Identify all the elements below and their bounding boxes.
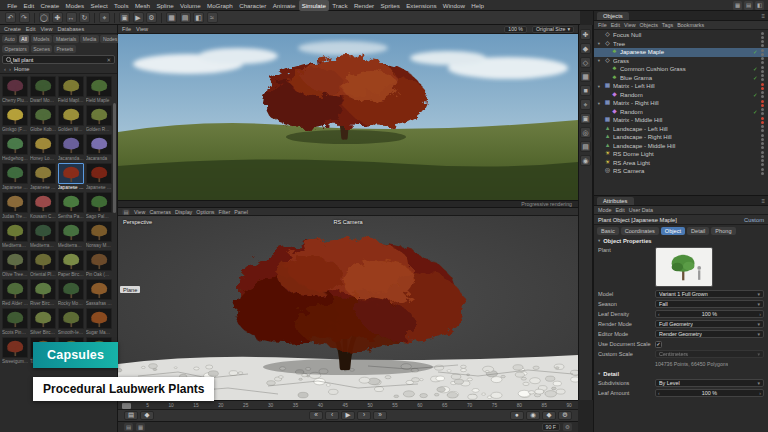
plant-preview-thumbnail[interactable] [655,247,713,287]
render-mode-dropdown[interactable]: Full Geometry▾ [655,320,764,328]
object-row-matrix-right-hill[interactable]: ▾▦Matrix - Right Hill [594,99,768,108]
asset-item-jacaranda[interactable]: Jacaranda [86,134,112,162]
menu-file[interactable]: File [4,0,20,11]
visibility-dots[interactable] [761,117,764,124]
viewport-menu-panel[interactable]: Panel [234,209,248,215]
stepper-down-icon[interactable]: ‹ [658,311,660,317]
record-keyframe-icon[interactable]: ● [510,411,524,420]
filter-materials[interactable]: Materials [53,35,78,43]
viewport-menu-cameras[interactable]: Cameras [149,209,171,215]
menu-simulate[interactable]: Simulate [299,0,329,11]
asset-item-scots-pine-fall-plant[interactable]: Scots Pine (Fall Plant) [2,308,28,336]
asset-item-japanese-larch-fall-plant[interactable]: Japanese Larch (Fall Plant) [30,163,56,191]
goto-end-button[interactable]: » [373,411,387,420]
snap-icon[interactable]: ◎ [580,127,591,138]
objects-menu-objects[interactable]: Objects [640,22,658,28]
viewport-menu-display[interactable]: Display [175,209,192,215]
expand-arrow-icon[interactable]: ▾ [596,58,602,63]
scale-icon[interactable]: ↔ [66,12,77,23]
visibility-dots[interactable] [761,100,764,107]
filter-media[interactable]: Media [80,35,99,43]
timeline-options-icon[interactable]: ⚙ [563,423,572,431]
render-to-picture-viewer-icon[interactable]: ▶ [133,12,144,23]
enabled-check-icon[interactable]: ✓ [752,66,759,72]
asset-item-jacaranda-fall-plant[interactable]: Jacaranda (Fall Plant) [58,134,84,162]
enabled-check-icon[interactable]: ✓ [752,75,759,81]
visibility-dots[interactable] [761,151,764,158]
visibility-dot[interactable] [761,74,764,77]
objects-menu-view[interactable]: View [624,22,636,28]
asset-search-input[interactable]: fall plant ✕ [2,55,115,64]
viewport-menu-filter[interactable]: Filter [219,209,231,215]
visibility-dot[interactable] [761,159,764,162]
points-mode-icon[interactable]: ◆ [580,43,591,54]
asset-item-olive-tree-fall-plant[interactable]: Olive Tree (Fall Plant) [2,250,28,278]
visibility-dot[interactable] [761,121,764,124]
viewport-menu-options[interactable]: Options [196,209,214,215]
layout-standard-icon[interactable]: ▦ [733,1,742,10]
visibility-dot[interactable] [761,40,764,43]
axis-mode-icon[interactable]: ⌖ [580,99,591,110]
leaf-density-field[interactable]: ‹100 %› [655,310,764,318]
filter-all[interactable]: All [19,35,30,43]
visibility-dot[interactable] [761,155,764,158]
menu-tools[interactable]: Tools [111,0,132,11]
visibility-dots[interactable] [761,74,764,81]
attr-menu-mode[interactable]: Mode [598,207,612,213]
asset-item-mediterranean-cypress-fall-plant[interactable]: Mediterranean Cypress (Fall Plant) [30,221,56,249]
asset-item-japanese-maple[interactable]: Japanese Maple [86,163,112,191]
visibility-dots[interactable] [761,134,764,141]
asset-item-rocky-mountain-pine-fall-plant[interactable]: Rocky Mountain Pine (Fall Plant) [58,279,84,307]
asset-item-pin-oak-fall-plant[interactable]: Pin Oak (Fall Plant) [86,250,112,278]
visibility-dot[interactable] [761,163,764,166]
live-selection-icon[interactable]: ◯ [39,12,50,23]
asset-item-sugar-maple-fall-plant[interactable]: Sugar Maple (Fall Plant) [86,308,112,336]
coordinate-system-icon[interactable]: ⌖ [99,12,110,23]
asset-item-field-maple[interactable]: Field Maple [86,76,112,104]
viewport-solo-icon[interactable]: ◉ [580,155,591,166]
layout-render-icon[interactable]: ◧ [755,1,764,10]
enabled-check-icon[interactable]: ✓ [752,109,759,115]
visibility-dot[interactable] [761,57,764,60]
polygons-mode-icon[interactable]: ▦ [580,71,591,82]
object-row-common-cushion-grass[interactable]: ♣Common Cushion Grass✓ [594,65,768,74]
attr-tab-phong[interactable]: Phong [711,227,735,235]
detail-section-header[interactable]: ▾ Detail [594,369,768,378]
asset-item-field-maple-fall-plant[interactable]: Field Maple (Fall Plant) [58,76,84,104]
breadcrumb-home[interactable]: Home [14,66,29,72]
visibility-dots[interactable] [761,168,764,175]
object-row-matrix-left-hill[interactable]: ▾▦Matrix - Left Hill [594,82,768,91]
clear-search-icon[interactable]: ✕ [106,57,111,63]
timeline-mode-icon[interactable]: ▤ [124,411,138,420]
render-zoom-field[interactable]: 100 % [504,26,527,33]
visibility-dot[interactable] [761,168,764,171]
menu-edit[interactable]: Edit [20,0,37,11]
asset-item-sentha-palm-fall-plant[interactable]: Sentha Palm (Fall Plant) [58,192,84,220]
filter-presets[interactable]: Presets [54,45,76,53]
forward-icon[interactable]: › [9,66,11,72]
enabled-check-icon[interactable]: ✓ [752,92,759,98]
asset-menu-edit[interactable]: Edit [26,26,36,32]
visibility-dot[interactable] [761,53,764,56]
asset-item-sweetgum-fall-plant[interactable]: Sweetgum (Fall Plant) [2,337,28,365]
coordinates-panel-icon[interactable]: ▤ [124,423,133,431]
use-document-scale-checkbox[interactable]: ✓ [655,341,662,348]
asset-item-sago-palm-fall-plant[interactable]: Sago Palm (Fall Plant) [86,192,112,220]
texture-mode-icon[interactable]: ▤ [180,12,191,23]
editor-mode-dropdown[interactable]: Render Geometry▾ [655,330,764,338]
goto-start-button[interactable]: « [309,411,323,420]
viewport-menu-view[interactable]: View [134,209,145,215]
enabled-check-icon[interactable]: ✓ [752,49,759,55]
object-row-grass[interactable]: ▾◇Grass [594,57,768,66]
asset-item-honey-locust-sunburst-fall-plant[interactable]: Honey Locust 'Sunburst' (Fall Plant) [30,134,56,162]
visibility-dot[interactable] [761,104,764,107]
visibility-dot[interactable] [761,36,764,39]
attr-menu-edit[interactable]: Edit [616,207,625,213]
visibility-dot[interactable] [761,129,764,132]
visibility-dots[interactable] [761,159,764,166]
visibility-dot[interactable] [761,66,764,69]
attr-tab-coordinates[interactable]: Coordinates [621,227,659,235]
menu-window[interactable]: Window [440,0,468,11]
object-row-landscape-middle-hill[interactable]: ▲Landscape - Middle Hill [594,142,768,151]
object-row-focus-null[interactable]: ◇Focus Null [594,31,768,40]
